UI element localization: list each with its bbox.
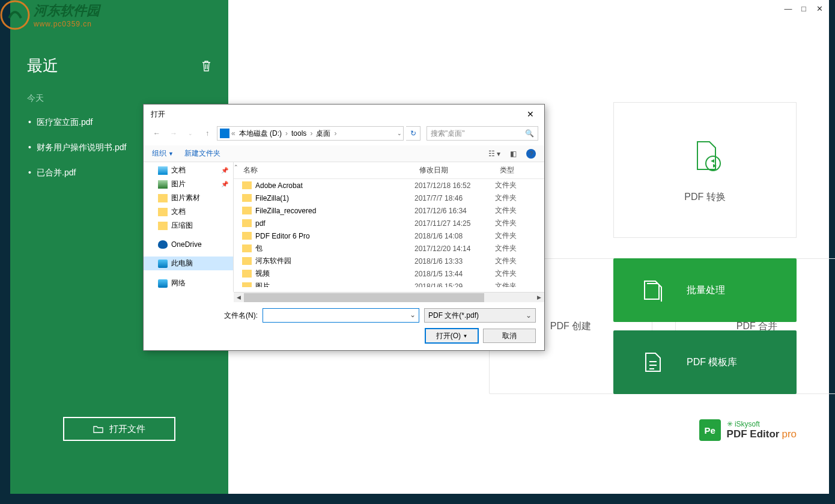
file-row[interactable]: FileZilla(1)2017/7/7 18:46文件夹 [234, 192, 544, 204]
watermark-site-name: 河东软件园 [34, 2, 100, 20]
tree-item[interactable]: 压缩图 [144, 219, 233, 232]
trash-icon[interactable] [201, 60, 211, 71]
tree-item-label: 网络 [171, 278, 186, 288]
pic-icon [158, 180, 168, 189]
file-row[interactable]: Adobe Acrobat2017/12/18 16:52文件夹 [234, 179, 544, 192]
folder-icon [242, 219, 252, 227]
path-bar[interactable]: « 本地磁盘 (D:) › tools › 桌面 › ⌄ [217, 126, 404, 141]
file-row[interactable]: 图片2018/1/6 15:29文件夹 [234, 280, 544, 287]
search-input[interactable]: 搜索"桌面" 🔍 [427, 126, 538, 141]
folder-icon [158, 194, 168, 202]
dialog-close-button[interactable]: ✕ [521, 108, 539, 120]
file-list: ⌃ 名称 修改日期 类型 Adobe Acrobat2017/12/18 16:… [234, 162, 544, 292]
file-row[interactable]: PDF Editor 6 Pro2018/1/6 14:08文件夹 [234, 229, 544, 242]
preview-pane-button[interactable]: ◧ [510, 150, 517, 158]
folder-icon [242, 282, 252, 287]
file-row[interactable]: 包2017/12/20 14:14文件夹 [234, 242, 544, 255]
pin-icon: 📌 [221, 181, 228, 187]
file-date: 2018/1/6 13:33 [414, 257, 495, 266]
file-type-filter[interactable]: PDF 文件(*.pdf) [424, 308, 536, 323]
search-placeholder: 搜索"桌面" [431, 129, 465, 139]
open-file-button[interactable]: 打开文件 [63, 417, 175, 441]
column-header-name[interactable]: 名称 [234, 162, 414, 178]
tree-item-label: 文档 [171, 207, 186, 217]
refresh-button[interactable]: ↻ [406, 126, 421, 141]
sidebar-title: 最近 [27, 55, 58, 76]
watermark-site-url: www.pc0359.cn [34, 20, 100, 28]
doc-icon [158, 166, 168, 175]
file-type: 文件夹 [495, 256, 544, 266]
file-name: Adobe Acrobat [255, 181, 414, 190]
file-date: 2017/12/6 16:34 [414, 207, 495, 215]
scroll-right-arrow[interactable]: ▶ [534, 293, 544, 303]
file-date: 2017/12/20 14:14 [414, 244, 495, 253]
branding: Pe ✳ iSkysoft PDF Editorpro [699, 419, 797, 441]
view-options-button[interactable]: ☷ ▾ [488, 150, 500, 158]
pdf-convert-tile[interactable]: PDF 转换 [613, 102, 797, 238]
column-header-type[interactable]: 类型 [495, 162, 544, 178]
path-segment[interactable]: 本地磁盘 (D:) [237, 129, 284, 139]
scroll-left-arrow[interactable]: ◀ [234, 293, 244, 303]
today-label: 今天 [10, 93, 228, 104]
template-tile[interactable]: PDF 模板库 [613, 330, 797, 394]
filename-input[interactable] [263, 308, 419, 323]
file-date: 2018/1/5 13:44 [414, 270, 495, 278]
file-date: 2017/12/18 16:52 [414, 181, 495, 190]
folder-icon [242, 181, 252, 189]
file-row[interactable]: pdf2017/11/27 14:25文件夹 [234, 217, 544, 229]
file-row[interactable]: 视频2018/1/5 13:44文件夹 [234, 267, 544, 280]
nav-back-button[interactable]: ← [150, 127, 164, 140]
nav-forward-button[interactable]: → [166, 127, 181, 140]
folder-icon [242, 232, 252, 240]
folder-icon [242, 244, 252, 252]
brand-badge: Pe [699, 419, 721, 441]
close-button[interactable]: ✕ [812, 2, 827, 14]
file-type: 文件夹 [495, 269, 544, 279]
file-name: FileZilla(1) [255, 194, 414, 202]
dialog-title: 打开 [151, 109, 165, 120]
column-header-date[interactable]: 修改日期 [414, 162, 495, 178]
organize-button[interactable]: 组织 ▼ [152, 148, 174, 159]
monitor-icon [158, 279, 168, 288]
scroll-thumb[interactable] [244, 293, 484, 302]
tree-item[interactable]: 此电脑 [144, 257, 233, 270]
batch-process-tile[interactable]: 批量处理 [613, 258, 797, 322]
open-button[interactable]: 打开(O) ▼ [425, 329, 478, 343]
tile-label: PDF 模板库 [687, 356, 737, 369]
nav-recent-dropdown[interactable]: ⌄ [183, 127, 198, 140]
column-splitter[interactable]: ⌃ [234, 164, 238, 170]
tree-item-label: 图片素材 [171, 193, 200, 203]
tree-item[interactable]: 图片📌 [144, 177, 233, 191]
file-date: 2017/11/27 14:25 [414, 219, 495, 228]
cancel-button[interactable]: 取消 [483, 329, 536, 343]
file-type: 文件夹 [495, 218, 544, 228]
folder-icon [242, 257, 252, 265]
template-icon [640, 350, 665, 375]
path-segment[interactable]: 桌面 [314, 129, 332, 139]
horizontal-scrollbar[interactable]: ◀ ▶ [234, 292, 544, 302]
tree-item-label: 压缩图 [171, 220, 193, 231]
new-folder-button[interactable]: 新建文件夹 [184, 148, 220, 159]
maximize-button[interactable]: □ [797, 2, 811, 14]
tree-item[interactable]: 网络 [144, 276, 233, 290]
tree-item[interactable]: 图片素材 [144, 191, 233, 205]
file-type: 文件夹 [495, 231, 544, 241]
file-row[interactable]: FileZilla_recovered2017/12/6 16:34文件夹 [234, 204, 544, 217]
tree-item[interactable]: OneDrive [144, 238, 233, 250]
tree-item[interactable]: 文档📌 [144, 163, 233, 177]
folder-icon [242, 207, 252, 214]
tree-item-label: 此电脑 [171, 258, 193, 269]
file-name: 图片 [255, 281, 414, 287]
path-segment[interactable]: tools [290, 129, 308, 138]
file-type: 文件夹 [495, 205, 544, 216]
help-button[interactable]: ? [526, 149, 536, 159]
tree-item[interactable]: 文档 [144, 205, 233, 219]
tile-label: PDF 转换 [684, 191, 725, 204]
file-date: 2018/1/6 14:08 [414, 232, 495, 240]
nav-up-button[interactable]: ↑ [200, 127, 214, 140]
folder-icon [93, 425, 103, 433]
svg-point-1 [706, 156, 720, 171]
file-row[interactable]: 河东软件园2018/1/6 13:33文件夹 [234, 255, 544, 267]
minimize-button[interactable]: — [781, 2, 795, 14]
file-type: 文件夹 [495, 193, 544, 203]
